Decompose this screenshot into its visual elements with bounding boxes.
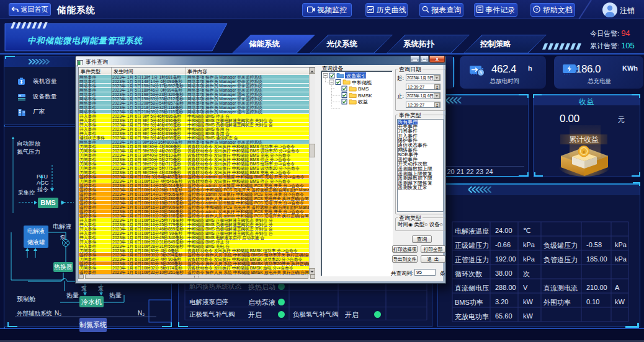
svg-text:BMSK: BMSK — [358, 93, 372, 99]
svg-text:收益: 收益 — [358, 99, 368, 105]
svg-text:中和储能: 中和储能 — [352, 80, 372, 86]
svg-text:BMS: BMS — [358, 86, 369, 92]
svg-text:设备索引: 设备索引 — [346, 73, 366, 79]
